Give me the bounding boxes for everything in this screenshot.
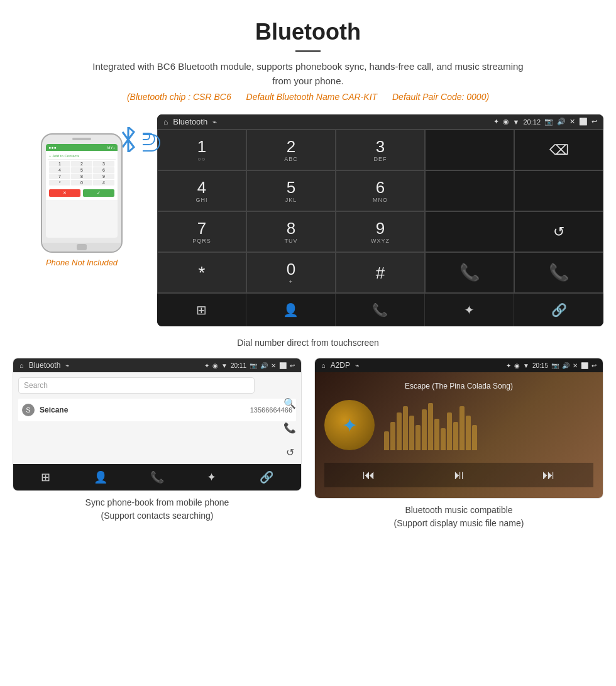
eq-bar bbox=[472, 425, 477, 450]
bottom-phone-btn[interactable]: 📞 bbox=[336, 294, 425, 326]
bottom-grid-btn[interactable]: ⊞ bbox=[157, 294, 246, 326]
eq-bar bbox=[428, 403, 433, 450]
dial-call-red[interactable]: 📞 bbox=[514, 252, 603, 293]
dial-key-7[interactable]: 7 PQRS bbox=[157, 211, 246, 252]
dial-key-empty1 bbox=[425, 130, 514, 170]
dial-key-0[interactable]: 0 + bbox=[246, 252, 336, 293]
music-cam-icon: 📷 bbox=[551, 362, 559, 369]
eq-bar bbox=[459, 406, 465, 450]
header-description: Integrated with BC6 Bluetooth module, su… bbox=[88, 60, 528, 88]
contact-letter: S bbox=[22, 404, 35, 416]
dial-refresh[interactable]: ↺ bbox=[514, 211, 603, 252]
key-8: 8 bbox=[71, 174, 92, 179]
pb-link-icon[interactable]: 🔗 bbox=[260, 470, 273, 484]
pb-cam-icon: 📷 bbox=[250, 362, 257, 369]
eq-bar bbox=[434, 419, 439, 450]
usb-icon: ⌁ bbox=[212, 118, 217, 126]
dial-key-empty3 bbox=[514, 170, 603, 211]
dial-key-2[interactable]: 2 ABC bbox=[246, 130, 336, 170]
dial-key-4[interactable]: 4 GHI bbox=[157, 170, 246, 211]
music-title: A2DP bbox=[331, 361, 350, 370]
pb-bottom-bar: ⊞ 👤 📞 ✦ 🔗 bbox=[13, 464, 301, 490]
contact-name: Seicane bbox=[40, 406, 245, 414]
pb-search-input[interactable]: Search bbox=[18, 377, 255, 394]
eq-bar bbox=[466, 416, 471, 450]
prev-btn[interactable]: ⏮ bbox=[363, 468, 375, 482]
pb-user-icon[interactable]: 👤 bbox=[94, 470, 107, 484]
music-loc-icon: ◉ bbox=[514, 362, 520, 369]
pb-back-icon: ↩ bbox=[290, 362, 295, 369]
equalizer bbox=[384, 400, 593, 450]
pb-call-icon[interactable]: 📞 bbox=[283, 422, 296, 434]
album-bt-icon: ✦ bbox=[342, 414, 358, 436]
home-icon: ⌂ bbox=[163, 118, 168, 126]
phone-keypad: 1 2 3 4 5 6 7 8 9 * 0 # bbox=[48, 160, 116, 187]
end-call-icon: 📞 bbox=[549, 263, 569, 282]
dial-key-hash[interactable]: # bbox=[336, 252, 425, 293]
pb-phone-icon[interactable]: 📞 bbox=[150, 470, 164, 484]
pb-search-icon[interactable]: 🔍 bbox=[283, 397, 296, 409]
bottom-bt-btn[interactable]: ✦ bbox=[425, 294, 514, 326]
pb-bt-icon: ✦ bbox=[204, 362, 209, 369]
key-5: 5 bbox=[71, 167, 92, 173]
dial-key-9[interactable]: 9 WXYZ bbox=[336, 211, 425, 252]
code-spec: Default Pair Code: 0000) bbox=[392, 92, 489, 102]
play-pause-btn[interactable]: ⏯ bbox=[453, 468, 465, 482]
dial-key-empty2 bbox=[425, 170, 514, 211]
phone-area: ●●● MY+ +Add to Contacts 1 2 3 4 5 bbox=[13, 114, 151, 267]
phone-screen-header: ●●● MY+ bbox=[46, 144, 118, 151]
dial-backspace[interactable]: ⌫ bbox=[514, 130, 603, 170]
main-content: ●●● MY+ +Add to Contacts 1 2 3 4 5 bbox=[0, 108, 616, 333]
pb-refresh-icon[interactable]: ↺ bbox=[286, 446, 294, 458]
dial-key-6[interactable]: 6 MNO bbox=[336, 170, 425, 211]
chip-spec: (Bluetooth chip : CSR BC6 bbox=[127, 92, 231, 102]
call-icon: 📞 bbox=[459, 263, 480, 282]
dial-call-green[interactable]: 📞 bbox=[425, 252, 514, 293]
dial-key-8[interactable]: 8 TUV bbox=[246, 211, 336, 252]
music-vol-icon: 🔊 bbox=[562, 362, 569, 369]
key-hash: # bbox=[93, 180, 114, 185]
music-screenshot: ⌂ A2DP ⌁ ✦ ◉ ▼ 20:15 📷 🔊 ✕ ⬜ ↩ bbox=[314, 358, 603, 499]
pb-wrapper: Search S Seicane 13566664466 🔍 📞 ↺ bbox=[13, 372, 301, 464]
dial-key-3[interactable]: 3 DEF bbox=[336, 130, 425, 170]
location-icon: ◉ bbox=[503, 118, 509, 126]
phone-mockup: ●●● MY+ +Add to Contacts 1 2 3 4 5 bbox=[41, 133, 123, 253]
next-btn[interactable]: ⏭ bbox=[542, 468, 555, 482]
pb-search-placeholder: Search bbox=[24, 381, 48, 390]
bottom-settings-btn[interactable]: 🔗 bbox=[514, 294, 603, 326]
back-icon: ↩ bbox=[591, 118, 597, 126]
phone-home-button bbox=[77, 244, 87, 250]
pb-content: Search S Seicane 13566664466 bbox=[13, 372, 301, 464]
pb-grid-icon[interactable]: ⊞ bbox=[41, 470, 50, 484]
dial-key-5[interactable]: 5 JKL bbox=[246, 170, 336, 211]
key-2: 2 bbox=[71, 161, 92, 167]
bottom-contacts-btn[interactable]: 👤 bbox=[246, 294, 336, 326]
music-signal-icon: ▼ bbox=[523, 362, 529, 369]
dialer-statusbar: ⌂ Bluetooth ⌁ ✦ ◉ ▼ 20:12 📷 🔊 ✕ ⬜ ↩ bbox=[157, 114, 603, 129]
status-right: ✦ ◉ ▼ 20:12 📷 🔊 ✕ ⬜ ↩ bbox=[493, 118, 597, 126]
dialer-keypad: 1 ○○ 2 ABC 3 DEF ⌫ 4 GHI bbox=[157, 129, 603, 293]
pb-statusbar: ⌂ Bluetooth ⌁ ✦ ◉ ▼ 20:11 📷 🔊 ✕ ⬜ ↩ bbox=[13, 358, 301, 372]
dial-key-star[interactable]: * bbox=[157, 252, 246, 293]
pb-vol-icon: 🔊 bbox=[260, 362, 268, 369]
dialer-screen: ⌂ Bluetooth ⌁ ✦ ◉ ▼ 20:12 📷 🔊 ✕ ⬜ ↩ bbox=[157, 114, 603, 326]
pb-bt-bottom-icon[interactable]: ✦ bbox=[207, 470, 216, 484]
music-bt-icon: ✦ bbox=[506, 362, 511, 369]
phone-not-included-label: Phone Not Included bbox=[46, 258, 118, 267]
window-icon: ⬜ bbox=[579, 118, 588, 126]
status-time: 20:12 bbox=[523, 118, 541, 126]
key-0: 0 bbox=[71, 180, 92, 185]
phone-bottom-bar bbox=[42, 243, 121, 252]
phone-screen: ●●● MY+ +Add to Contacts 1 2 3 4 5 bbox=[46, 144, 118, 238]
dial-key-1[interactable]: 1 ○○ bbox=[157, 130, 246, 170]
pb-signal-icon: ▼ bbox=[221, 362, 228, 369]
name-spec: Default Bluetooth Name CAR-KIT bbox=[246, 92, 378, 102]
key-6: 6 bbox=[93, 167, 114, 173]
page-header: Bluetooth Integrated with BC6 Bluetooth … bbox=[0, 0, 616, 108]
phonebook-caption: Sync phone-book from mobile phone (Suppo… bbox=[85, 491, 229, 528]
pb-x-icon: ✕ bbox=[271, 362, 276, 369]
pb-home-icon: ⌂ bbox=[19, 362, 24, 369]
music-win-icon: ⬜ bbox=[581, 362, 588, 369]
page-title: Bluetooth bbox=[13, 19, 603, 45]
bt-icon: ✦ bbox=[493, 118, 499, 126]
